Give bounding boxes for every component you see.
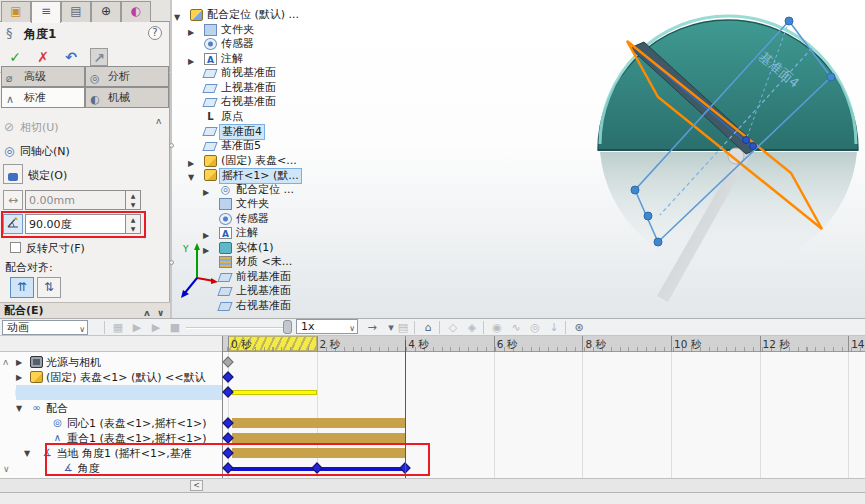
tree-item-11[interactable]: ▼摇杆<1> (默... [0, 168, 420, 183]
tree-item-2[interactable]: 传感器 [0, 37, 420, 52]
tree-item-label[interactable]: (固定) 表盘<... [221, 154, 297, 168]
expand-arrow-icon[interactable]: ▶ [16, 373, 22, 382]
plane-icon [217, 287, 232, 296]
timeline-gridline [671, 352, 672, 478]
timeline-zoom-slider-track[interactable] [186, 327, 292, 329]
tree-item-13[interactable]: 文件夹 [0, 197, 420, 212]
tree-item-label[interactable]: 注解 [221, 52, 243, 66]
tree-item-4[interactable]: 前视基准面 [0, 66, 420, 81]
motion-study-properties-icon[interactable]: ⊛ [571, 320, 587, 335]
model-3d-view[interactable]: 基准面4 [560, 0, 865, 315]
tree-item-label[interactable]: 前视基准面 [221, 66, 276, 80]
document-tab-bar: |◀◀▶▶|模型3D 视图运动算例 1 [0, 492, 865, 504]
ruler-label: 8 秒 [585, 338, 606, 352]
tree-item-label[interactable]: 传感器 [221, 37, 254, 51]
animation-wizard-icon[interactable]: ⌂ [420, 320, 436, 335]
expand-arrow-icon[interactable]: ▼ [16, 404, 22, 413]
tree-item-label[interactable]: 基准面5 [221, 139, 261, 153]
tree-item-0[interactable]: ▼配合定位 (默认) ... [0, 8, 420, 23]
tree-item-17[interactable]: 材质 <未... [0, 255, 420, 270]
ruler-major-tick [317, 336, 318, 352]
tree-item-label[interactable]: 右视基准面 [236, 299, 291, 313]
tree-item-16[interactable]: ▶实体(1) [0, 241, 420, 256]
tree-item-9[interactable]: 基准面5 [0, 139, 420, 154]
plane-icon [202, 142, 217, 151]
ruler-major-tick [228, 336, 229, 352]
ruler-major-tick [671, 336, 672, 352]
tree-item-label[interactable]: 材质 <未... [236, 255, 292, 269]
motor-icon: ◉ [489, 320, 505, 335]
scroll-up-icon[interactable]: ʌ [3, 357, 8, 367]
expand-arrow-icon[interactable]: ▼ [24, 449, 30, 458]
ruler-label: 0 秒 [231, 338, 252, 352]
plane-icon [202, 69, 217, 78]
annotation-box-angle-row [45, 443, 430, 476]
timeline-bar-yellow[interactable] [232, 390, 317, 395]
sensor-icon [204, 38, 217, 50]
material-icon [219, 256, 232, 268]
annot-icon: A [204, 53, 217, 65]
tree-item-20[interactable]: 右视基准面 [0, 299, 420, 314]
toolbar-separator [104, 321, 105, 334]
plane-icon [202, 98, 217, 107]
playback-mode-icon[interactable]: → [364, 320, 380, 335]
tree-item-8[interactable]: 基准面4 [0, 124, 420, 139]
tree-item-label[interactable]: 实体(1) [236, 241, 274, 255]
tree-item-label[interactable]: 文件夹 [236, 197, 269, 211]
assembly-icon [190, 9, 203, 21]
spring-icon: ∿ [508, 320, 524, 335]
tree-item-3[interactable]: ▶A注解 [0, 52, 420, 67]
tree-item-label[interactable]: 右视基准面 [221, 95, 276, 109]
tree-item-1[interactable]: ▶文件夹 [0, 23, 420, 38]
timeline-bar-gold[interactable] [232, 433, 405, 443]
scroll-left-icon[interactable]: < [190, 480, 203, 491]
origin-icon: L [204, 111, 217, 123]
tree-item-18[interactable]: 前视基准面 [0, 270, 420, 285]
motion-row-label[interactable]: (固定) 表盘<1> (默认) <<默认 [46, 370, 220, 385]
tree-item-label[interactable]: 原点 [221, 110, 243, 124]
tree-item-10[interactable]: ▶(固定) 表盘<... [0, 154, 420, 169]
tree-item-label[interactable]: 文件夹 [221, 23, 254, 37]
scroll-down-icon[interactable]: ∨ [3, 464, 10, 474]
timeline-bar-gold[interactable] [232, 418, 405, 428]
motion-row-1[interactable]: ▶(固定) 表盘<1> (默认) <<默认 [0, 370, 222, 385]
plane-icon [217, 302, 232, 311]
part-icon [204, 169, 217, 181]
annot-icon: A [219, 227, 232, 239]
ruler-label: 4 秒 [408, 338, 429, 352]
tree-item-label[interactable]: 注解 [236, 226, 258, 240]
motion-row-4[interactable]: ◎同心1 (表盘<1>,摇杆<1>) [0, 416, 222, 431]
tree-item-5[interactable]: 上视基准面 [0, 81, 420, 96]
ruler-major-tick [848, 336, 849, 352]
expand-arrow-icon[interactable]: ▶ [16, 358, 22, 367]
toolbar-separator [483, 321, 484, 334]
study-type-combo[interactable]: 动画 ∨ [2, 320, 88, 335]
playback-speed-combo[interactable]: 1x ∨ [296, 319, 358, 334]
ruler-major-tick [582, 336, 583, 352]
part-icon [30, 371, 43, 383]
tree-item-6[interactable]: 右视基准面 [0, 95, 420, 110]
gravity-icon: ↓ [546, 320, 562, 335]
tree-item-label[interactable]: 配合定位 (默认) ... [207, 8, 299, 22]
folder-icon [219, 198, 232, 210]
tree-item-label[interactable]: 上视基准面 [221, 81, 276, 95]
motion-row-0[interactable]: ▶光源与相机 [0, 355, 222, 370]
concentric-icon: ◎ [51, 417, 64, 429]
motion-row-label[interactable]: 同心1 (表盘<1>,摇杆<1>) [67, 416, 220, 431]
tree-item-label[interactable]: 传感器 [236, 212, 269, 226]
motion-row-3[interactable]: ▼∞配合 [0, 401, 222, 416]
tree-item-label[interactable]: 上视基准面 [236, 284, 291, 298]
feature-tree: ▼配合定位 (默认) ...▶文件夹传感器▶A注解前视基准面上视基准面右视基准面… [0, 2, 420, 318]
ruler-label: 2 秒 [320, 338, 341, 352]
mates-icon: ∞ [30, 402, 43, 414]
tree-item-label[interactable]: 前视基准面 [236, 270, 291, 284]
part-icon [204, 155, 217, 167]
tree-item-12[interactable]: ▶◎配合定位 ... [0, 183, 420, 198]
motion-row-label[interactable]: 光源与相机 [46, 355, 220, 370]
timeline-zoom-slider-handle[interactable] [283, 320, 292, 334]
tree-item-19[interactable]: 上视基准面 [0, 284, 420, 299]
motion-row-label[interactable]: 配合 [46, 401, 220, 416]
ruler-label: 6 秒 [497, 338, 518, 352]
tree-item-label[interactable]: 配合定位 ... [236, 183, 294, 197]
tree-item-7[interactable]: L原点 [0, 110, 420, 125]
